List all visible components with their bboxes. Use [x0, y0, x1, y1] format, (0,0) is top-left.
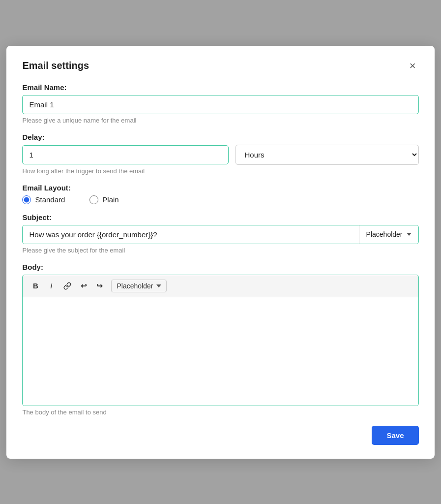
subject-hint: Please give the subject for the email — [22, 247, 418, 254]
subject-row: Placeholder — [22, 225, 418, 244]
subject-placeholder-label: Placeholder — [366, 230, 403, 238]
delay-unit-select[interactable]: Hours Minutes Days — [235, 145, 418, 165]
email-name-group: Email Name: Please give a unique name fo… — [22, 83, 418, 124]
save-button[interactable]: Save — [372, 426, 418, 445]
subject-input[interactable] — [23, 225, 358, 244]
close-button[interactable]: × — [407, 60, 419, 72]
layout-plain-label: Plain — [102, 195, 118, 204]
body-hint: The body of the email to send — [22, 409, 418, 416]
delay-input[interactable] — [22, 145, 229, 164]
undo-button[interactable]: ↩ — [77, 279, 90, 293]
delay-group: Delay: Hours Minutes Days How long after… — [22, 133, 418, 175]
bold-button[interactable]: B — [29, 279, 42, 293]
modal-header: Email settings × — [22, 60, 418, 72]
layout-standard-radio[interactable] — [22, 195, 31, 204]
link-icon — [63, 282, 71, 290]
body-placeholder-chevron-icon — [156, 284, 161, 287]
redo-button[interactable]: ↪ — [92, 279, 106, 293]
delay-hint: How long after the trigger to send the e… — [22, 167, 418, 175]
delay-label: Delay: — [22, 133, 418, 141]
body-placeholder-button[interactable]: Placeholder — [111, 280, 167, 292]
email-name-hint: Please give a unique name for the email — [22, 117, 418, 124]
layout-plain-option[interactable]: Plain — [89, 195, 118, 204]
body-editor: B I ↩ ↪ Placeholder — [22, 275, 418, 406]
email-name-label: Email Name: — [22, 83, 418, 92]
body-label: Body: — [22, 263, 418, 271]
layout-options-row: Standard Plain — [22, 195, 418, 204]
layout-plain-radio[interactable] — [89, 195, 98, 204]
subject-group: Subject: Placeholder Please give the sub… — [22, 213, 418, 254]
subject-placeholder-chevron-icon — [407, 233, 412, 236]
layout-standard-label: Standard — [35, 195, 65, 204]
email-layout-label: Email Layout: — [22, 184, 418, 192]
body-group: Body: B I ↩ ↪ — [22, 263, 418, 416]
email-settings-modal: Email settings × Email Name: Please give… — [6, 46, 434, 459]
link-button[interactable] — [60, 279, 75, 293]
email-name-input[interactable] — [22, 95, 418, 114]
redo-icon: ↪ — [96, 282, 103, 290]
email-layout-group: Email Layout: Standard Plain — [22, 184, 418, 204]
save-row: Save — [22, 426, 418, 445]
undo-icon: ↩ — [81, 282, 87, 290]
italic-button[interactable]: I — [44, 279, 58, 293]
subject-label: Subject: — [22, 213, 418, 221]
subject-placeholder-button[interactable]: Placeholder — [359, 225, 418, 244]
layout-standard-option[interactable]: Standard — [22, 195, 65, 204]
body-editor-content[interactable] — [23, 297, 418, 406]
body-placeholder-label: Placeholder — [117, 282, 153, 290]
modal-title: Email settings — [22, 60, 89, 71]
editor-toolbar: B I ↩ ↪ Placeholder — [23, 275, 418, 297]
delay-row: Hours Minutes Days — [22, 145, 418, 165]
